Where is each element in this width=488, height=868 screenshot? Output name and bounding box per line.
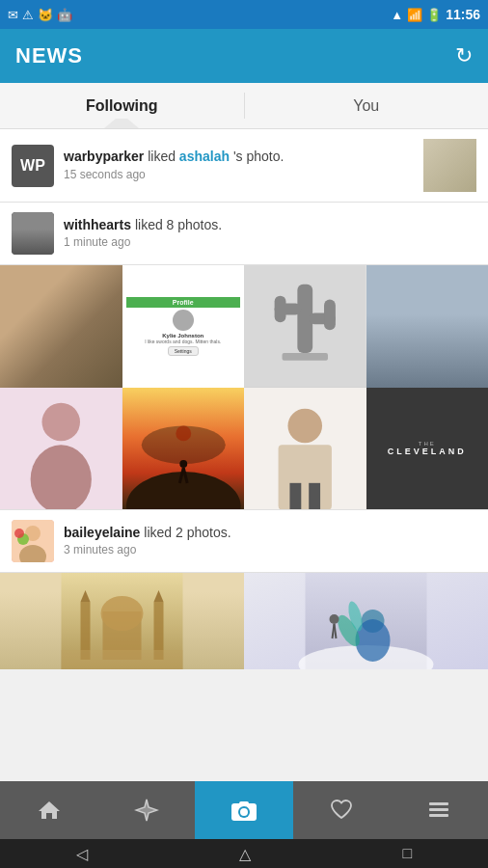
wifi-icon: ▲ — [391, 8, 403, 22]
action-text-warbyparker: liked — [148, 149, 179, 164]
photo-cell-person[interactable] — [244, 388, 366, 510]
gmail-icon: ✉ — [8, 8, 18, 22]
avatar-baileyelaine-svg — [12, 520, 54, 562]
news-item-baileyelaine: baileyelaine liked 2 photos. 3 minutes a… — [0, 510, 488, 573]
nav-home[interactable] — [0, 781, 97, 839]
android-home-button[interactable]: △ — [239, 845, 251, 863]
profile-card: Profile Kylie Johnston I like swords and… — [122, 265, 245, 388]
status-bar: ✉ ⚠ 🐱 🤖 ▲ 📶 🔋 11:56 — [0, 0, 488, 29]
username-withhearts[interactable]: withhearts — [64, 217, 131, 232]
time-warbyparker: 15 seconds ago — [64, 167, 414, 183]
nav-list[interactable] — [391, 781, 488, 839]
svg-rect-53 — [429, 814, 448, 817]
news-text-baileyelaine: baileyelaine liked 2 photos. 3 minutes a… — [64, 524, 476, 558]
photo-person — [244, 388, 366, 510]
target-user-warbyparker[interactable]: ashalah — [179, 149, 230, 164]
svg-rect-50 — [239, 801, 249, 805]
svg-point-29 — [101, 596, 144, 631]
profile-card-avatar — [173, 310, 194, 331]
chat-icon: 🐱 — [38, 8, 53, 22]
snow-svg — [244, 573, 488, 669]
svg-rect-5 — [324, 300, 336, 331]
photo-snow — [244, 573, 488, 669]
svg-rect-6 — [283, 353, 328, 361]
svg-point-49 — [240, 808, 248, 816]
photo-sunset — [122, 388, 245, 510]
svg-rect-52 — [429, 808, 448, 811]
bottom-photos — [0, 573, 488, 669]
android-icon: 🤖 — [57, 8, 72, 22]
cactus-svg — [244, 265, 366, 388]
nav-explore[interactable] — [97, 781, 195, 839]
svg-point-41 — [330, 614, 339, 624]
tabs-bar: Following You — [0, 83, 488, 129]
refresh-button[interactable]: ↻ — [455, 43, 473, 68]
page-title: NEWS — [15, 43, 83, 68]
svg-rect-51 — [429, 802, 448, 805]
photo-cell-mosque[interactable] — [0, 573, 244, 669]
username-warbyparker[interactable]: warbyparker — [64, 149, 144, 164]
avatar-baileyelaine — [12, 520, 54, 562]
photo-cell-sunset[interactable] — [122, 388, 245, 510]
home-icon — [37, 798, 62, 823]
sunset-svg — [122, 388, 245, 510]
status-time: 11:56 — [446, 7, 480, 22]
profile-settings-button[interactable]: Settings — [168, 346, 199, 356]
heart-icon — [329, 798, 354, 823]
status-icons-right: ▲ 📶 🔋 11:56 — [391, 7, 480, 22]
android-back-button[interactable]: ◁ — [76, 845, 88, 863]
photo-cell-cleveland[interactable]: THE CLEVELAND — [366, 388, 489, 510]
svg-marker-44 — [39, 801, 60, 819]
avatar-withhearts — [12, 212, 54, 255]
alert-icon: ⚠ — [22, 8, 34, 22]
username-baileyelaine[interactable]: baileyelaine — [64, 525, 140, 540]
photo-cell-cactus[interactable] — [244, 265, 366, 388]
nav-heart[interactable] — [293, 781, 391, 839]
avatar-warbyparker: WP — [12, 145, 54, 187]
list-icon — [426, 798, 451, 823]
news-feed: WP warbyparker liked ashalah 's photo. 1… — [0, 129, 488, 781]
battery-icon: 🔋 — [426, 8, 442, 22]
action-text-baileyelaine: liked 2 photos. — [144, 525, 230, 540]
profile-card-bio: I like swords and dogs. Mitten thals. — [145, 339, 221, 344]
photo-grid-withhearts: Profile Kylie Johnston I like swords and… — [0, 265, 488, 510]
person2-svg — [244, 388, 366, 510]
cleveland-title: CLEVELAND — [388, 447, 467, 456]
photo-graffiti — [0, 265, 122, 388]
photo-cell-graffiti[interactable] — [0, 265, 122, 388]
photo-floral — [0, 388, 122, 510]
svg-point-26 — [14, 529, 24, 538]
signal-icon: 📶 — [407, 8, 422, 22]
svg-rect-3 — [275, 296, 286, 323]
time-baileyelaine: 3 minutes ago — [64, 542, 476, 558]
photo-cell-floral[interactable] — [0, 388, 122, 510]
photo-cell-profile[interactable]: Profile Kylie Johnston I like swords and… — [122, 265, 245, 388]
mosque-svg — [0, 573, 244, 669]
nav-camera[interactable] — [195, 781, 292, 839]
thumbnail-warbyparker[interactable] — [423, 139, 476, 192]
photo-cell-sky[interactable] — [366, 265, 489, 388]
rest-text-warbyparker: 's photo. — [233, 149, 285, 164]
android-nav: ◁ △ □ — [0, 839, 488, 868]
svg-rect-34 — [62, 650, 183, 669]
photo-cleveland: THE CLEVELAND — [366, 388, 489, 510]
photo-cell-snow[interactable] — [244, 573, 488, 669]
android-recent-button[interactable]: □ — [403, 845, 413, 862]
photo-mosque — [0, 573, 244, 669]
time-withhearts: 1 minute ago — [64, 234, 476, 251]
action-text-withhearts: liked 8 photos. — [135, 217, 222, 232]
photo-cactus — [244, 265, 366, 388]
news-text-warbyparker: warbyparker liked ashalah 's photo. 15 s… — [64, 148, 414, 182]
avatar-silhouette-withhearts — [12, 212, 54, 255]
tab-you[interactable]: You — [245, 83, 489, 128]
photo-sky — [366, 265, 489, 388]
svg-point-14 — [179, 460, 187, 468]
news-item-withhearts: withhearts liked 8 photos. 1 minute ago — [0, 203, 488, 265]
svg-point-18 — [287, 408, 322, 443]
svg-marker-46 — [136, 800, 157, 821]
tab-following[interactable]: Following — [0, 83, 244, 128]
photo-profile-card: Profile Kylie Johnston I like swords and… — [122, 265, 245, 388]
person-svg — [0, 388, 122, 510]
explore-icon — [134, 798, 159, 823]
svg-rect-20 — [289, 482, 301, 509]
